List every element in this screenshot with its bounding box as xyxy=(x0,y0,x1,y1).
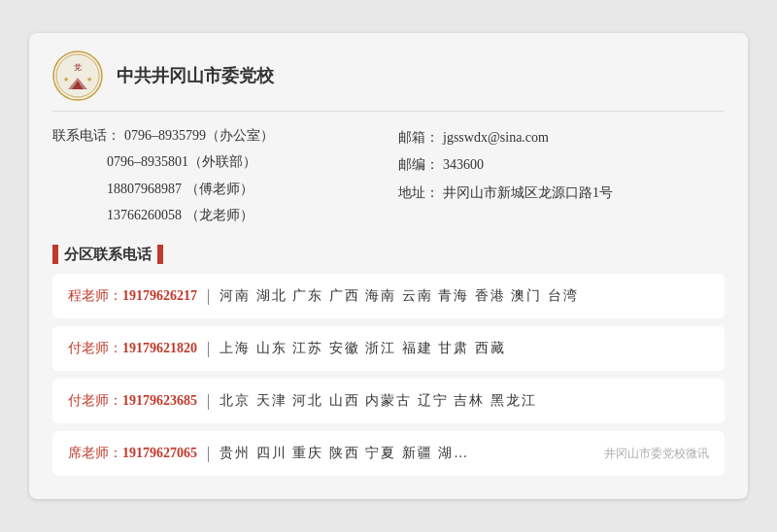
main-card: 党 ★ ★ ★ 中共井冈山市委党校 联系电话： 0796–8935799（办公室… xyxy=(29,33,748,500)
phone-3: 19179627065 xyxy=(122,446,197,461)
teacher-0: 程老师： xyxy=(68,287,122,305)
postcode-value: 343600 xyxy=(443,154,484,176)
phone-row-4: 13766260058 （龙老师） xyxy=(107,205,379,226)
phone-row-2: 0796–8935801（外联部） xyxy=(107,151,379,173)
contact-grid: 联系电话： 0796–8935799（办公室） 0796–8935801（外联部… xyxy=(52,125,725,232)
address-row: 地址： 井冈山市新城区龙源口路1号 xyxy=(398,183,725,204)
address-label: 地址： xyxy=(398,183,439,204)
phone-3: 18807968987 （傅老师） xyxy=(107,179,253,200)
areas-2: 北京 天津 河北 山西 内蒙古 辽宁 吉林 黑龙江 xyxy=(220,392,537,410)
region-row-3: 席老师： 19179627065 | 贵州 四川 重庆 陕西 宁夏 新疆 湖… … xyxy=(52,431,725,476)
separator-3: | xyxy=(207,445,210,462)
phone-2: 19179623685 xyxy=(122,393,197,409)
phone-1: 0796–8935799（办公室） xyxy=(124,125,274,147)
region-row-1: 付老师： 19179621820 | 上海 山东 江苏 安徽 浙江 福建 甘肃 … xyxy=(52,326,725,371)
areas-1: 上海 山东 江苏 安徽 浙江 福建 甘肃 西藏 xyxy=(220,340,506,357)
phone-row-1: 联系电话： 0796–8935799（办公室） xyxy=(52,125,379,147)
phone-0: 19179626217 xyxy=(122,288,197,304)
teacher-3: 席老师： xyxy=(68,445,122,462)
divider-bar-right xyxy=(157,245,163,264)
postcode-row: 邮编： 343600 xyxy=(398,154,725,176)
section-title: 分区联系电话 xyxy=(64,246,152,264)
svg-point-0 xyxy=(53,51,102,100)
watermark: 井冈山市委党校微讯 xyxy=(604,446,709,462)
phone-label: 联系电话： xyxy=(52,125,120,147)
region-row-0: 程老师： 19179626217 | 河南 湖北 广东 广西 海南 云南 青海 … xyxy=(52,274,725,318)
org-name: 中共井冈山市委党校 xyxy=(117,64,274,87)
svg-text:党: 党 xyxy=(74,63,82,72)
region-list: 程老师： 19179626217 | 河南 湖北 广东 广西 海南 云南 青海 … xyxy=(52,274,725,476)
phone-2: 0796–8935801（外联部） xyxy=(107,151,256,173)
svg-text:★: ★ xyxy=(63,76,69,83)
separator-2: | xyxy=(207,392,210,410)
email-row: 邮箱： jgsswdx@sina.com xyxy=(398,127,725,149)
email-value: jgsswdx@sina.com xyxy=(443,127,549,149)
areas-0: 河南 湖北 广东 广西 海南 云南 青海 香港 澳门 台湾 xyxy=(220,287,579,305)
phone-row-3: 18807968987 （傅老师） xyxy=(107,179,379,200)
logo: 党 ★ ★ ★ xyxy=(52,50,103,101)
separator-1: | xyxy=(207,340,210,357)
areas-3: 贵州 四川 重庆 陕西 宁夏 新疆 湖… xyxy=(220,445,469,462)
postcode-label: 邮编： xyxy=(398,154,439,176)
svg-text:★: ★ xyxy=(86,76,92,83)
separator-0: | xyxy=(207,287,210,305)
phone-4: 13766260058 （龙老师） xyxy=(107,205,253,226)
contact-right: 邮箱： jgsswdx@sina.com 邮编： 343600 地址： 井冈山市… xyxy=(398,125,725,232)
teacher-2: 付老师： xyxy=(68,392,122,410)
email-label: 邮箱： xyxy=(398,127,439,149)
section-divider: 分区联系电话 xyxy=(52,245,725,264)
teacher-1: 付老师： xyxy=(68,340,122,357)
divider-bar-left xyxy=(52,245,58,264)
header: 党 ★ ★ ★ 中共井冈山市委党校 xyxy=(52,50,725,112)
region-row-2: 付老师： 19179623685 | 北京 天津 河北 山西 内蒙古 辽宁 吉林… xyxy=(52,379,725,423)
phone-1: 19179621820 xyxy=(122,341,197,356)
address-value: 井冈山市新城区龙源口路1号 xyxy=(443,183,613,204)
contact-left: 联系电话： 0796–8935799（办公室） 0796–8935801（外联部… xyxy=(52,125,379,232)
